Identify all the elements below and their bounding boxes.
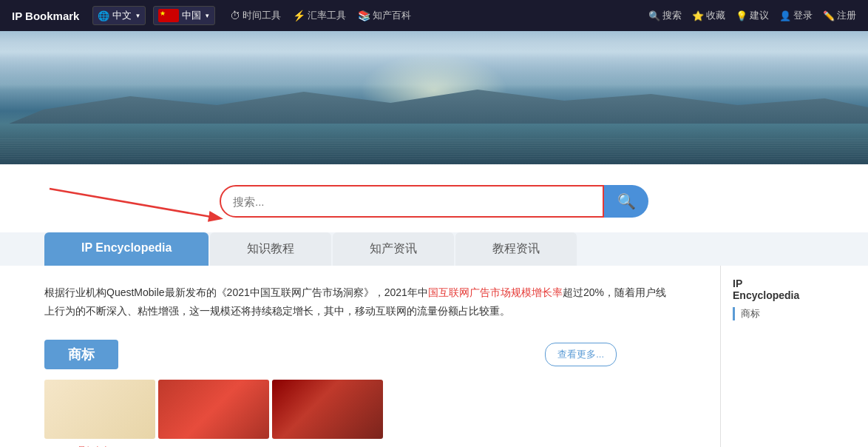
favorites-btn[interactable]: ⭐ 收藏 [692,9,725,22]
page-wrapper: 根据行业机构QuestMobile最新发布的《2021中国互联网广告市场洞察》，… [0,266,868,447]
article-link[interactable]: 国互联网广告市场规模增长率 [428,286,563,298]
star-icon: ⭐ [692,10,704,21]
login-label: 登录 [793,9,813,22]
book-icon: 📚 [358,10,370,21]
tab-knowledge[interactable]: 知识教程 [210,232,331,266]
search-icon: 🔍 [617,192,636,210]
tabs-bar: IP Encyclopedia 知识教程 知产资讯 教程资讯 [0,232,868,266]
lang-label: 中文 [112,9,132,22]
svg-line-1 [50,189,220,218]
search-nav-label: 搜索 [662,9,682,22]
thumbnail-3 [272,380,383,439]
thumbnail-1 [44,380,155,439]
search-input[interactable] [220,185,604,218]
language-dropdown[interactable]: 🌐 中文 ▼ [92,6,146,25]
region-dropdown[interactable]: 中国 ▼ [153,6,215,25]
search-nav-icon: 🔍 [648,10,660,21]
main-left: 根据行业机构QuestMobile最新发布的《2021中国互联网广告市场洞察》，… [0,266,720,447]
time-icon: ⏱ [230,10,240,21]
right-panel-title: IP Encyclopedia [733,278,856,301]
hero-banner [0,31,868,164]
section-bar: 商标 查看更多... [0,332,720,377]
site-logo: IP Bookmark [12,10,79,22]
article-section: 根据行业机构QuestMobile最新发布的《2021中国互联网广告市场洞察》，… [0,266,720,332]
tab-ip-news[interactable]: 知产资讯 [333,232,454,266]
favorites-label: 收藏 [706,9,725,22]
search-button[interactable]: 🔍 [604,185,648,218]
search-area: 🔍 [0,164,868,232]
register-label: 注册 [837,9,856,22]
right-panel: IP Encyclopedia 商标 [720,266,868,447]
user-icon: 👤 [779,10,791,21]
currency-icon: ⚡ [293,10,305,21]
region-chevron: ▼ [204,13,210,19]
nav-tools: ⏱ 时间工具 ⚡ 汇率工具 📚 知产百科 [230,9,641,22]
flag-icon [158,9,179,22]
globe-icon: 🌐 [98,10,109,21]
navbar: IP Bookmark 🌐 中文 ▼ 中国 ▼ ⏱ 时间工具 ⚡ 汇率工具 📚 … [0,0,868,31]
article-text: 根据行业机构QuestMobile最新发布的《2021中国互联网广告市场洞察》，… [44,283,676,320]
hero-reflection [0,138,868,161]
login-btn[interactable]: 👤 登录 [779,9,813,22]
suggestions-btn[interactable]: 💡 建议 [736,9,769,22]
suggestion-icon: 💡 [736,10,747,21]
tool-currency-label: 汇率工具 [308,9,346,22]
tab-ip-encyclopedia[interactable]: IP Encyclopedia [44,232,208,266]
lang-chevron: ▼ [135,13,140,19]
tool-time-label: 时间工具 [243,9,281,22]
section-badge: 商标 [44,340,118,369]
register-btn[interactable]: ✏️ 注册 [823,9,856,22]
tool-currency[interactable]: ⚡ 汇率工具 [293,9,346,22]
search-nav-btn[interactable]: 🔍 搜索 [648,9,682,22]
tool-encyclopedia[interactable]: 📚 知产百科 [358,9,411,22]
main-content: 🔍 IP Encyclopedia 知识教程 [0,164,868,447]
thumbnail-strip [0,377,720,442]
tool-encyclopedia-label: 知产百科 [373,9,411,22]
search-wrapper: 🔍 [220,185,648,218]
thumbnail-2 [158,380,269,439]
region-label: 中国 [182,9,201,22]
csdn-bar: CSDN @星行点点。 [0,442,720,447]
nav-right-actions: 🔍 搜索 ⭐ 收藏 💡 建议 👤 登录 ✏️ 注册 [648,9,856,22]
right-panel-divider: 商标 [733,307,856,320]
see-more-button[interactable]: 查看更多... [545,343,617,366]
tool-time[interactable]: ⏱ 时间工具 [230,9,281,22]
tab-tutorial-news[interactable]: 教程资讯 [455,232,577,266]
suggestions-label: 建议 [750,9,769,22]
register-icon: ✏️ [823,10,835,21]
